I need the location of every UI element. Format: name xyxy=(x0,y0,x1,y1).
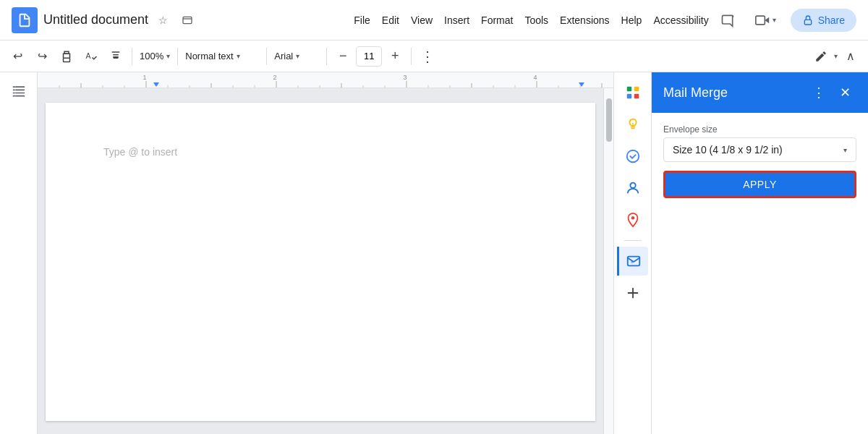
spellcheck-button[interactable]: A xyxy=(80,45,103,68)
textstyle-select[interactable]: Normal text ▾ xyxy=(182,46,262,67)
svg-text:4: 4 xyxy=(533,74,537,81)
zoom-value: 100% xyxy=(140,51,163,61)
paintformat-button[interactable] xyxy=(104,45,127,68)
menu-extensions[interactable]: Extensions xyxy=(554,12,615,29)
svg-rect-10 xyxy=(38,72,613,88)
video-icon xyxy=(755,13,770,27)
doc-placeholder: Type @ to insert xyxy=(103,146,177,158)
doc-column: 1 2 3 4 xyxy=(38,72,613,434)
video-chevron: ▾ xyxy=(773,16,776,24)
menu-accessibility[interactable]: Accessibility xyxy=(647,12,714,29)
drive-icon xyxy=(182,14,193,26)
video-button[interactable]: ▾ xyxy=(746,9,785,32)
sheets-sidebar-button[interactable] xyxy=(618,78,647,107)
doc-area[interactable]: Type @ to insert xyxy=(38,88,603,434)
doc-title-area: Untitled document ☆ xyxy=(43,10,197,30)
fontsize-plus-button[interactable]: + xyxy=(383,45,407,68)
outline-button[interactable] xyxy=(6,78,32,104)
sidebar-separator xyxy=(624,240,642,241)
svg-rect-42 xyxy=(634,87,638,91)
comment-button[interactable] xyxy=(715,7,741,33)
svg-point-8 xyxy=(69,55,71,56)
mail-merge-close-button[interactable]: ✕ xyxy=(833,81,856,104)
svg-rect-7 xyxy=(64,51,69,54)
menu-help[interactable]: Help xyxy=(616,12,648,29)
sep2 xyxy=(177,48,178,65)
svg-rect-50 xyxy=(631,261,633,263)
doc-page[interactable]: Type @ to insert xyxy=(46,103,595,421)
menu-edit[interactable]: Edit xyxy=(376,12,405,29)
svg-rect-5 xyxy=(804,20,811,25)
vertical-scrollbar[interactable] xyxy=(603,88,613,434)
svg-point-46 xyxy=(626,150,639,163)
font-select[interactable]: Arial ▾ xyxy=(271,46,322,67)
svg-rect-4 xyxy=(755,16,765,25)
menu-format[interactable]: Format xyxy=(475,12,519,29)
envelope-size-label: Envelope size xyxy=(663,124,856,135)
print-button[interactable] xyxy=(55,45,78,68)
menu-tools[interactable]: Tools xyxy=(519,12,554,29)
tasks-sidebar-button[interactable] xyxy=(618,142,647,171)
sep4 xyxy=(326,48,327,65)
drive-button[interactable] xyxy=(177,10,197,30)
undo-button[interactable]: ↩ xyxy=(6,45,29,68)
menu-insert[interactable]: Insert xyxy=(438,12,475,29)
zoom-select[interactable]: 100% ▾ xyxy=(137,46,173,67)
mailmerge-sidebar-button[interactable] xyxy=(617,247,648,276)
apply-button[interactable]: APPLY xyxy=(663,171,856,198)
svg-rect-6 xyxy=(64,58,70,61)
doc-wrapper: Type @ to insert xyxy=(38,88,603,434)
doc-scroll-area: Type @ to insert xyxy=(38,88,613,434)
fontsize-input[interactable]: 11 xyxy=(356,46,382,67)
share-button[interactable]: Share xyxy=(791,9,856,32)
scrollbar-thumb[interactable] xyxy=(606,98,612,142)
sep1 xyxy=(132,48,132,65)
mail-merge-panel: Mail Merge ⋮ ✕ Envelope size Size 10 (4 … xyxy=(651,72,868,434)
toolbar: ↩ ↪ A 100% ▾ Normal text ▾ Arial ▾ − 11 … xyxy=(0,41,868,72)
plus-icon xyxy=(625,285,641,301)
doc-title[interactable]: Untitled document xyxy=(43,12,148,27)
ruler-svg: 1 2 3 4 xyxy=(38,72,613,88)
textstyle-value: Normal text xyxy=(185,51,233,61)
mail-merge-header: Mail Merge ⋮ ✕ xyxy=(652,72,868,113)
font-value: Arial xyxy=(274,51,293,61)
share-label: Share xyxy=(818,14,845,26)
sheets-icon xyxy=(625,85,641,101)
contacts-sidebar-button[interactable] xyxy=(618,174,647,203)
envelope-size-chevron: ▾ xyxy=(843,146,847,154)
print-icon xyxy=(60,50,73,63)
title-bar: Untitled document ☆ File Edit View Inser… xyxy=(0,0,868,41)
menu-file[interactable]: File xyxy=(348,12,376,29)
sep5 xyxy=(411,48,412,65)
outline-icon xyxy=(12,84,26,98)
fontsize-minus-button[interactable]: − xyxy=(331,45,354,68)
paintformat-icon xyxy=(109,50,122,63)
maps-sidebar-button[interactable] xyxy=(618,205,647,234)
envelope-size-section: Envelope size Size 10 (4 1/8 x 9 1/2 in)… xyxy=(663,124,856,162)
ruler: 1 2 3 4 xyxy=(38,72,613,88)
right-sidebar xyxy=(613,72,651,434)
menu-view[interactable]: View xyxy=(405,12,438,29)
spellcheck-icon: A xyxy=(85,50,98,63)
zoom-chevron: ▾ xyxy=(166,52,170,60)
star-button[interactable]: ☆ xyxy=(153,10,173,30)
svg-rect-3 xyxy=(183,17,192,23)
redo-button[interactable]: ↪ xyxy=(30,45,54,68)
svg-text:3: 3 xyxy=(403,74,407,81)
explore-sidebar-button[interactable] xyxy=(618,110,647,139)
add-sidebar-button[interactable] xyxy=(618,278,647,307)
svg-rect-44 xyxy=(634,94,638,98)
lock-icon xyxy=(802,14,814,26)
collapse-toolbar-button[interactable]: ∧ xyxy=(839,45,862,68)
bulb-icon xyxy=(625,116,641,132)
more-options-button[interactable]: ⋮ xyxy=(416,45,439,68)
pen-button[interactable] xyxy=(809,45,833,68)
svg-point-48 xyxy=(631,216,634,220)
maps-icon xyxy=(625,212,641,228)
mail-merge-title: Mail Merge xyxy=(663,85,807,101)
envelope-size-select[interactable]: Size 10 (4 1/8 x 9 1/2 in) ▾ xyxy=(663,137,856,162)
docs-logo xyxy=(12,7,38,33)
svg-text:1: 1 xyxy=(142,74,146,81)
mail-merge-more-button[interactable]: ⋮ xyxy=(807,81,830,104)
mail-merge-body: Envelope size Size 10 (4 1/8 x 9 1/2 in)… xyxy=(652,113,868,210)
